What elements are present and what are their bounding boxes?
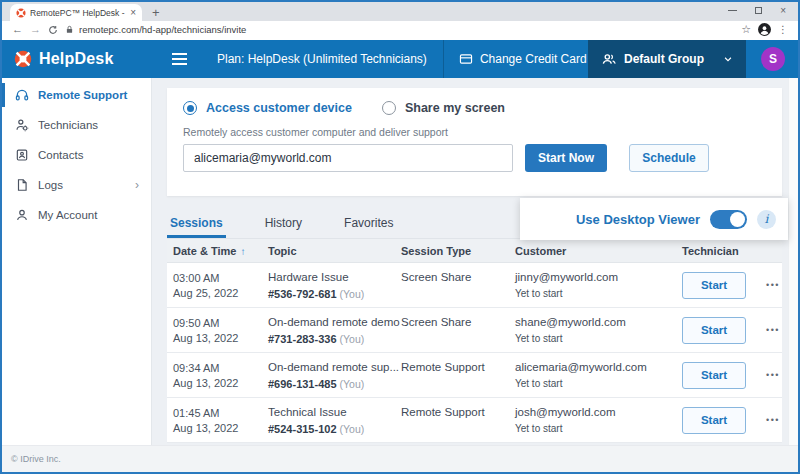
app-body: Remote Support Technicians Contacts Logs… [2,78,798,445]
customer-email-input[interactable] [183,144,513,172]
session-time: 09:34 AM [173,361,268,376]
reload-icon[interactable] [48,25,58,35]
tab-sessions[interactable]: Sessions [167,208,226,238]
sidebar: Remote Support Technicians Contacts Logs… [2,78,152,445]
back-icon[interactable]: ← [12,24,23,35]
radio-share-my-screen[interactable] [382,101,396,115]
app-logo[interactable]: HelpDesk [2,50,152,68]
plan-label: Plan: HelpDesk (Unlimited Technicians) [217,52,427,66]
session-status: Yet to start [515,333,682,344]
tab-close-icon[interactable]: × [130,8,136,18]
window-controls: × [728,7,786,14]
change-credit-card-button[interactable]: Change Credit Card [459,52,587,66]
cell-customer: josh@myworld.com Yet to start [515,398,682,434]
column-customer[interactable]: Customer [515,245,682,257]
session-owner: (You) [340,333,365,345]
session-date: Aug 13, 2022 [173,331,268,346]
session-id: #536-792-681 [268,288,337,300]
session-id: #696-131-485 [268,378,337,390]
sidebar-item-contacts[interactable]: Contacts [2,140,151,170]
contact-card-icon [15,148,29,162]
form-row: Start Now Schedule [183,144,766,172]
radio-access-customer-device[interactable] [183,101,197,115]
browser-toolbar: ← → remotepc.com/hd-app/technicians/invi… [2,21,798,38]
cell-datetime: 01:45 AM Aug 13, 2022 [173,398,268,436]
cell-technician: Start ••• [682,317,782,344]
brand-name: HelpDesk [39,50,114,68]
cell-session-type: Screen Share [401,308,515,328]
technician-icon [15,118,29,132]
cell-topic: Hardware Issue #536-792-681(You) [268,263,401,300]
scrollbar-track[interactable] [788,78,798,445]
row-menu-icon[interactable]: ••• [766,325,780,335]
window-minimize-button[interactable] [728,10,737,11]
cell-session-type: Screen Share [401,263,515,283]
sidebar-item-label: Remote Support [38,89,127,101]
column-topic[interactable]: Topic [268,245,401,257]
sidebar-item-logs[interactable]: Logs › [2,170,151,200]
session-status: Yet to start [515,378,682,389]
table-row: 09:34 AM Aug 13, 2022 On-demand remote s… [167,353,782,398]
lock-icon [65,25,74,34]
forward-icon[interactable]: → [30,24,41,35]
start-session-button[interactable]: Start [682,407,746,434]
schedule-button[interactable]: Schedule [629,144,709,172]
sidebar-item-label: Technicians [38,119,98,131]
group-icon [601,51,617,67]
site-favicon-icon [16,8,26,18]
cell-customer: shane@myworld.com Yet to start [515,308,682,344]
tab-history[interactable]: History [262,208,305,238]
desktop-viewer-card: Use Desktop Viewer i [520,198,788,240]
column-date-time[interactable]: Date & Time↑ [173,245,268,257]
session-owner: (You) [340,423,365,435]
session-topic: Hardware Issue [268,271,401,283]
browser-menu-icon[interactable]: ⋮ [778,24,788,35]
radio-access-label[interactable]: Access customer device [206,101,352,115]
person-icon [15,208,29,222]
window-maximize-button[interactable] [755,7,762,14]
chevron-down-icon [723,54,733,64]
headset-icon [15,88,29,102]
cell-topic: On-demand remote demo #731-283-336(You) [268,308,401,345]
group-selector[interactable]: Default Group [588,40,746,78]
session-date: Aug 13, 2022 [173,421,268,436]
new-tab-button[interactable]: + [152,5,160,21]
desktop-viewer-toggle[interactable] [710,210,747,229]
chevron-right-icon: › [135,178,139,192]
table-row: 09:50 AM Aug 13, 2022 On-demand remote d… [167,308,782,353]
cell-datetime: 09:50 AM Aug 13, 2022 [173,308,268,346]
cell-topic: On-demand remote sup... #696-131-485(You… [268,353,401,390]
row-menu-icon[interactable]: ••• [766,370,780,380]
radio-share-label[interactable]: Share my screen [405,101,505,115]
row-menu-icon[interactable]: ••• [766,280,780,290]
session-status: Yet to start [515,423,682,434]
tab-favorites[interactable]: Favorites [341,208,396,238]
start-session-button[interactable]: Start [682,272,746,299]
cell-technician: Start ••• [682,407,782,434]
session-id-line: #696-131-485(You) [268,378,401,390]
window-close-button[interactable]: × [780,7,786,14]
bookmark-star-icon[interactable]: ☆ [741,23,751,36]
browser-profile-avatar[interactable] [758,23,771,36]
start-session-button[interactable]: Start [682,362,746,389]
hamburger-menu-icon[interactable] [172,53,187,65]
column-technician[interactable]: Technician [682,245,782,257]
column-session-type[interactable]: Session Type [401,245,515,257]
cell-technician: Start ••• [682,272,782,299]
session-topic: On-demand remote sup... [268,361,401,373]
session-topic: Technical Issue [268,406,401,418]
sidebar-item-my-account[interactable]: My Account [2,200,151,230]
row-menu-icon[interactable]: ••• [766,415,780,425]
session-time: 03:00 AM [173,271,268,286]
address-bar[interactable]: remotepc.com/hd-app/technicians/invite [65,24,734,35]
sidebar-item-remote-support[interactable]: Remote Support [2,80,151,110]
cell-session-type: Remote Support [401,398,515,418]
start-session-button[interactable]: Start [682,317,746,344]
sidebar-item-technicians[interactable]: Technicians [2,110,151,140]
start-now-button[interactable]: Start Now [525,144,607,172]
sidebar-item-label: Logs [38,179,63,191]
user-avatar[interactable]: S [761,47,785,71]
browser-tab[interactable]: RemotePC™ HelpDesk - Remote × [10,4,142,21]
sidebar-item-label: My Account [38,209,97,221]
info-icon[interactable]: i [757,210,776,229]
